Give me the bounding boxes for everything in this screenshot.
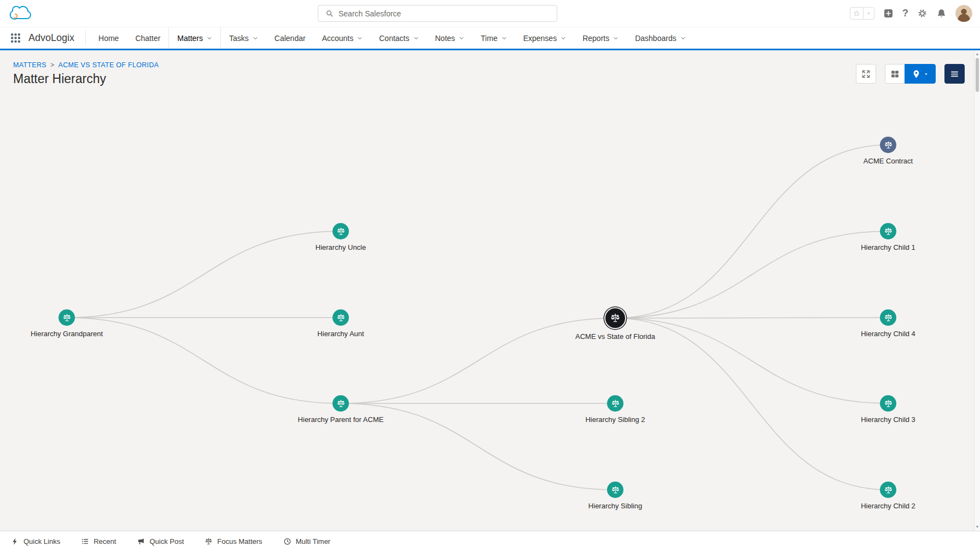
matter-node-contract[interactable] xyxy=(880,137,896,153)
help-icon[interactable]: ? xyxy=(902,8,908,19)
chevron-down-icon[interactable] xyxy=(413,36,419,41)
options-hamburger-icon[interactable] xyxy=(944,64,965,84)
tab-chatter[interactable]: Chatter xyxy=(127,27,168,49)
notifications-bell-icon[interactable] xyxy=(936,8,947,19)
tab-label: Calendar xyxy=(275,34,306,43)
global-add-plus-box-icon[interactable] xyxy=(883,8,894,19)
breadcrumb-current-link[interactable]: ACME VS STATE OF FLORIDA xyxy=(59,61,159,69)
app-launcher-waffle-icon[interactable] xyxy=(0,27,28,49)
tab-contacts[interactable]: Contacts xyxy=(371,27,427,49)
matter-node-aunt[interactable] xyxy=(332,309,349,326)
star-icon[interactable] xyxy=(850,8,863,19)
graph-edges xyxy=(0,50,980,531)
matter-node-label: Hierarchy Parent for ACME xyxy=(298,415,384,424)
scroll-up-arrow-icon[interactable]: ▲ xyxy=(975,51,980,57)
chevron-down-icon[interactable] xyxy=(459,36,464,41)
utility-quick-post[interactable]: Quick Post xyxy=(137,537,184,546)
tab-home[interactable]: Home xyxy=(90,27,127,49)
scales-icon xyxy=(610,313,621,324)
scales-icon xyxy=(884,485,893,495)
matter-node-child3[interactable] xyxy=(880,395,896,412)
tab-label: Time xyxy=(481,34,498,43)
matter-node-acme[interactable] xyxy=(605,308,625,328)
chevron-down-icon[interactable] xyxy=(207,36,212,41)
page-title: Matter Hierarchy xyxy=(13,72,159,86)
tab-label: Reports xyxy=(582,34,609,43)
utility-quick-links[interactable]: Quick Links xyxy=(11,537,60,546)
matter-node-child2[interactable] xyxy=(880,482,896,498)
table-view-icon[interactable] xyxy=(885,64,905,84)
chevron-down-icon[interactable] xyxy=(561,36,566,41)
scales-icon xyxy=(336,399,346,408)
scales-icon xyxy=(884,227,893,236)
utility-label: Multi Timer xyxy=(296,537,331,546)
tab-label: Expenses xyxy=(523,34,557,43)
tab-reports[interactable]: Reports xyxy=(574,27,627,49)
scales-icon xyxy=(611,485,620,495)
hierarchy-edge xyxy=(67,318,341,403)
header-actions: ? xyxy=(850,0,972,27)
tab-calendar[interactable]: Calendar xyxy=(266,27,314,49)
tab-label: Chatter xyxy=(135,34,160,43)
matter-node-parent[interactable] xyxy=(332,395,349,412)
breadcrumb: MATTERS > ACME VS STATE OF FLORIDA xyxy=(13,61,159,69)
search-icon xyxy=(325,9,334,17)
avatar[interactable] xyxy=(955,5,972,22)
matter-node-label: Hierarchy Grandparent xyxy=(31,330,103,338)
tab-label: Notes xyxy=(435,34,456,43)
tab-label: Dashboards xyxy=(635,34,676,43)
matter-node-sibling2[interactable] xyxy=(607,395,623,412)
nav-tabs: HomeChatterMattersTasksCalendarAccountsC… xyxy=(90,27,694,49)
nav-bar: AdvoLogix HomeChatterMattersTasksCalenda… xyxy=(0,27,980,50)
chevron-down-icon[interactable] xyxy=(680,36,686,41)
hierarchy-edge xyxy=(615,145,888,318)
graph-area: Hierarchy GrandparentHierarchy UncleHier… xyxy=(0,50,980,531)
matter-node-label: Hierarchy Uncle xyxy=(316,243,366,251)
setup-gear-icon[interactable] xyxy=(917,8,928,19)
app-name: AdvoLogix xyxy=(28,27,85,49)
utility-recent[interactable]: Recent xyxy=(81,537,116,546)
scrollbar[interactable]: ▲ ▼ xyxy=(974,50,980,531)
tab-accounts[interactable]: Accounts xyxy=(314,27,371,49)
search-input[interactable] xyxy=(339,9,550,18)
tab-notes[interactable]: Notes xyxy=(427,27,473,49)
map-view-button[interactable] xyxy=(905,64,936,84)
tab-dashboards[interactable]: Dashboards xyxy=(627,27,694,49)
tab-tasks[interactable]: Tasks xyxy=(221,27,266,49)
page-head: MATTERS > ACME VS STATE OF FLORIDA Matte… xyxy=(13,61,159,86)
tab-time[interactable]: Time xyxy=(472,27,515,49)
breadcrumb-matters-link[interactable]: MATTERS xyxy=(13,61,46,69)
matter-node-grandparent[interactable] xyxy=(59,309,75,326)
utility-label: Recent xyxy=(94,537,116,546)
favorites-group xyxy=(850,7,874,20)
favorites-caret-down-icon[interactable] xyxy=(863,8,874,19)
utility-multi-timer[interactable]: Multi Timer xyxy=(283,537,331,546)
matter-node-child1[interactable] xyxy=(880,223,896,239)
expand-icon[interactable] xyxy=(856,64,876,84)
matter-node-child4[interactable] xyxy=(880,309,896,326)
matter-node-label: Hierarchy Sibling xyxy=(588,502,642,510)
chevron-down-icon[interactable] xyxy=(253,36,258,41)
chevron-down-icon[interactable] xyxy=(613,36,619,41)
tab-label: Matters xyxy=(177,34,203,43)
utility-bar: Quick LinksRecentQuick PostFocus Matters… xyxy=(0,531,980,551)
tab-matters[interactable]: Matters xyxy=(168,27,221,49)
matter-node-label: Hierarchy Aunt xyxy=(317,330,364,338)
chevron-down-icon[interactable] xyxy=(501,36,507,41)
scroll-thumb[interactable] xyxy=(976,58,979,92)
chevron-down-icon[interactable] xyxy=(357,36,363,41)
utility-focus-matters[interactable]: Focus Matters xyxy=(205,537,262,546)
global-search[interactable] xyxy=(318,5,557,22)
tab-expenses[interactable]: Expenses xyxy=(515,27,574,49)
matter-node-label: Hierarchy Child 4 xyxy=(861,330,915,338)
view-switcher xyxy=(885,64,936,84)
tab-label: Tasks xyxy=(229,34,249,43)
matter-node-uncle[interactable] xyxy=(332,223,349,239)
scales-icon xyxy=(205,537,213,546)
scroll-down-arrow-icon[interactable]: ▼ xyxy=(975,524,980,530)
salesforce-cloud-logo xyxy=(9,4,34,22)
matter-node-label: Hierarchy Child 2 xyxy=(861,502,915,510)
breadcrumb-separator: > xyxy=(50,61,55,69)
matter-node-sibling[interactable] xyxy=(607,482,623,498)
recent-icon xyxy=(81,537,89,546)
